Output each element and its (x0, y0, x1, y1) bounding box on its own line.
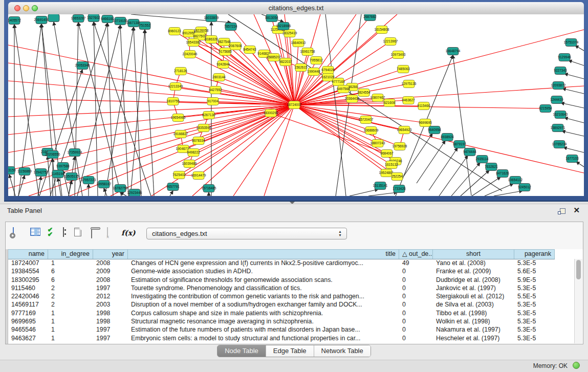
citation-edge-black[interactable] (69, 181, 72, 196)
graph-node[interactable]: 9498222 (187, 149, 200, 157)
graph-node[interactable]: 8427552 (209, 86, 222, 94)
tab-network-table[interactable]: Network Table (314, 345, 371, 357)
graph-node[interactable]: 15720407 (359, 116, 374, 124)
citation-edge-black[interactable] (107, 23, 113, 196)
graph-node[interactable]: 16648794 (446, 48, 461, 55)
graph-node[interactable]: 8454743 (243, 46, 256, 54)
graph-node[interactable]: 1990448 (307, 68, 320, 76)
graph-node[interactable]: 8186328 (205, 36, 218, 43)
graph-node[interactable]: 19166827 (173, 130, 188, 138)
new-column-icon[interactable] (74, 228, 81, 236)
graph-node[interactable]: 9245012 (518, 184, 531, 191)
graph-node[interactable]: 7857224 (224, 23, 237, 31)
tab-node-table[interactable]: Node Table (217, 345, 266, 357)
citation-edge-red[interactable] (8, 81, 294, 105)
citation-edge-black[interactable] (576, 162, 584, 167)
graph-node[interactable]: 9822037 (279, 58, 292, 66)
graph-node[interactable]: 6794028 (321, 67, 335, 74)
zoom-window-button[interactable] (32, 5, 38, 11)
close-panel-icon[interactable]: ✕ (573, 206, 580, 215)
citation-edge-black[interactable] (145, 30, 154, 196)
table-row[interactable]: 911546021997Tourette syndrome. Phenomeno… (8, 284, 574, 292)
scrollbar-thumb[interactable] (576, 260, 581, 279)
graph-node[interactable]: 9657791 (166, 183, 180, 191)
graph-node[interactable]: 12942757 (34, 169, 49, 177)
graph-node[interactable]: 1527602 (87, 14, 100, 22)
graph-node[interactable]: 2687682 (363, 14, 377, 21)
graph-node[interactable]: 16210643 (553, 111, 568, 119)
graph-node[interactable]: 9699695 (419, 119, 432, 127)
table-row[interactable]: 1456911722003Disruption of a novel membe… (8, 300, 574, 309)
graph-node[interactable]: 19756928 (393, 143, 407, 150)
citation-edge-black[interactable] (562, 131, 584, 136)
graph-node[interactable]: 9640954 (428, 126, 441, 134)
graph-node[interactable]: 16914479 (191, 172, 206, 180)
table-selector-dropdown[interactable]: citations_edges.txt ▲▼ (146, 228, 347, 239)
graph-node[interactable]: 16543382 (186, 39, 201, 47)
graph-node[interactable]: 1405572 (8, 17, 21, 25)
column-header-title[interactable]: title (128, 250, 399, 259)
citation-edge-red[interactable] (8, 45, 294, 105)
graph-node[interactable]: 1562615 (294, 64, 308, 72)
graph-node[interactable]: 19654985 (171, 114, 186, 122)
float-panel-icon[interactable] (560, 208, 565, 214)
graph-node[interactable]: 8678334 (192, 137, 205, 145)
column-header-short[interactable]: short (433, 250, 514, 259)
citation-edge-black[interactable] (494, 191, 522, 196)
graph-node[interactable]: 9684067 (380, 150, 394, 158)
citation-edge-black[interactable] (78, 23, 121, 196)
graph-node[interactable]: 1393159 (8, 167, 16, 174)
citation-edge-black[interactable] (350, 189, 378, 196)
citation-edge-black[interactable] (575, 46, 584, 51)
citation-edge-black[interactable] (472, 177, 500, 196)
citation-edge-black[interactable] (94, 22, 151, 196)
citation-edge-black[interactable] (439, 156, 468, 196)
tab-edge-table[interactable]: Edge Table (266, 345, 314, 357)
graph-node[interactable]: 17359924 (68, 149, 82, 157)
column-header-pagerank[interactable]: pagerank (514, 250, 555, 259)
graph-node[interactable]: 20364436 (345, 95, 360, 103)
citation-edge-black[interactable] (561, 103, 584, 108)
minimize-window-button[interactable] (23, 5, 29, 11)
vertical-scrollbar[interactable] (574, 259, 582, 343)
network-canvas[interactable]: 1872400789601238912955182260589827503165… (8, 14, 584, 196)
citation-edge-black[interactable] (104, 188, 107, 196)
graph-node[interactable] (48, 14, 59, 22)
citation-network-graph[interactable]: 1872400789601238912955182260589827503165… (8, 14, 584, 196)
graph-node[interactable]: 12213967 (383, 38, 398, 46)
column-header-out_de[interactable]: △ out_de... (399, 250, 433, 259)
graph-node[interactable]: 621608 (384, 99, 395, 107)
table-row[interactable]: 946362711997Embryonic stem cells: a mode… (8, 334, 574, 342)
citation-edge-black[interactable] (120, 25, 128, 196)
network-window-titlebar[interactable]: citations_edges.txt (8, 2, 584, 15)
citation-edge-black[interactable] (404, 134, 432, 176)
graph-node[interactable]: 17957223 (81, 177, 96, 184)
graph-node[interactable]: 7625402 (172, 171, 186, 179)
graph-node[interactable]: 751552 (139, 22, 150, 30)
graph-node[interactable]: 19218986 (276, 23, 291, 30)
graph-node[interactable]: 18807243 (371, 140, 385, 147)
citation-edge-black[interactable] (564, 74, 584, 79)
graph-node[interactable]: 1244419 (550, 96, 563, 104)
graph-node[interactable]: 7632621 (485, 163, 498, 171)
table-row[interactable]: 946554611997Estimation of the future num… (8, 325, 574, 334)
graph-node[interactable]: 9397588 (56, 163, 70, 170)
table-row[interactable]: 1938455462009Genome-wide association stu… (8, 267, 574, 275)
graph-node[interactable]: 9227343 (554, 67, 567, 75)
table-row[interactable]: 1830029562008Estimation of significance … (8, 276, 574, 284)
graph-node[interactable]: 1677103 (565, 155, 579, 163)
citation-edge-red[interactable] (294, 105, 584, 173)
graph-node[interactable]: 1615132 (385, 161, 398, 169)
graph-node[interactable]: 16782759 (113, 185, 128, 192)
graph-node[interactable]: 19958167 (97, 181, 112, 188)
graph-node[interactable]: 18353594 (197, 124, 211, 132)
graph-node[interactable]: 6879197 (453, 141, 466, 148)
graph-node[interactable]: 12213349 (168, 83, 183, 91)
show-column-icon[interactable] (63, 227, 64, 237)
graph-node[interactable]: 1145194 (52, 170, 64, 178)
graph-node[interactable]: 16154808 (375, 26, 389, 34)
column-header-year[interactable]: year (93, 250, 128, 259)
graph-node[interactable]: 9129946 (558, 54, 571, 61)
citation-edge-red[interactable] (223, 64, 294, 105)
citation-edge-black[interactable] (368, 192, 397, 196)
